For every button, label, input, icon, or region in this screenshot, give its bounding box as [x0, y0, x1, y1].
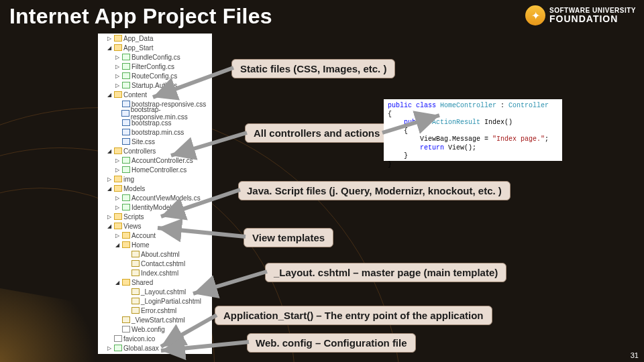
callout-appstart: Application_Start() – The entry point of… — [215, 306, 492, 325]
tree-item: favicon.ico — [98, 334, 212, 343]
tree-item: ▷AccountViewModels.cs — [98, 193, 212, 202]
tree-item: Index.cshtml — [98, 268, 212, 278]
tree-item: ▷IdentityModels.cs — [98, 202, 212, 212]
callout-webconfig: Web. config – Configuration file — [247, 333, 416, 353]
tree-item: ▷FilterConfig.cs — [98, 62, 212, 71]
tree-item: ◢Models — [98, 184, 212, 193]
tree-item: ▷AccountController.cs — [98, 156, 212, 165]
tree-item: ▷Global.asax — [98, 343, 212, 353]
logo: ✦ SOFTWARE UNIVERSITY FOUNDATION — [525, 5, 636, 25]
tree-item: ◢Controllers — [98, 146, 212, 156]
tree-item: ◢Content — [98, 90, 212, 99]
callout-layout: _Layout. cshtml – master page (main temp… — [265, 263, 506, 282]
tree-item: bootstrap-responsive.min.css — [98, 109, 212, 118]
tree-item: ◢Views — [98, 221, 212, 231]
tree-item: ▷img — [98, 174, 212, 184]
tree-item: Site.css — [98, 137, 212, 146]
tree-item: Web.config — [98, 324, 212, 334]
tree-item: bootstrap.min.css — [98, 127, 212, 137]
tree-item: _ViewStart.cshtml — [98, 315, 212, 324]
code-snippet: public class HomeController : Controller… — [384, 99, 562, 161]
tree-item: _LoginPartial.cshtml — [98, 296, 212, 306]
tree-item: ◢Shared — [98, 278, 212, 287]
tree-item: ▷BundleConfig.cs — [98, 52, 212, 62]
tree-item: ◢Home — [98, 240, 212, 249]
tree-item: ◢App_Start — [98, 43, 212, 52]
tree-item: _Layout.cshtml — [98, 287, 212, 296]
tree-item: ▷Scripts — [98, 212, 212, 221]
callout-static-files: Static files (CSS, Images, etc. ) — [231, 59, 395, 78]
tree-item: ▷App_Data — [98, 34, 212, 43]
tree-item: Error.cshtml — [98, 306, 212, 315]
tree-item: About.cshtml — [98, 249, 212, 259]
slide-title: Internet App Project Files — [9, 4, 272, 29]
callout-controllers: All controllers and actions — [245, 123, 388, 143]
bulb-icon: ✦ — [525, 5, 545, 25]
tree-item: ▷RouteConfig.cs — [98, 71, 212, 80]
tree-item: ▷HomeController.cs — [98, 165, 212, 174]
slide-number: 31 — [631, 351, 639, 359]
callout-views: View templates — [244, 228, 333, 247]
logo-line2: FOUNDATION — [549, 14, 636, 23]
callout-js-files: Java. Script files (j. Query, Modernizr,… — [238, 181, 511, 200]
tree-item: Contact.cshtml — [98, 259, 212, 268]
solution-explorer: ▷App_Data◢App_Start▷BundleConfig.cs▷Filt… — [98, 34, 212, 354]
tree-item: ▷Startup.Auth.cs — [98, 80, 212, 90]
tree-item: packages.config — [98, 353, 212, 354]
tree-item: ▷Account — [98, 231, 212, 240]
